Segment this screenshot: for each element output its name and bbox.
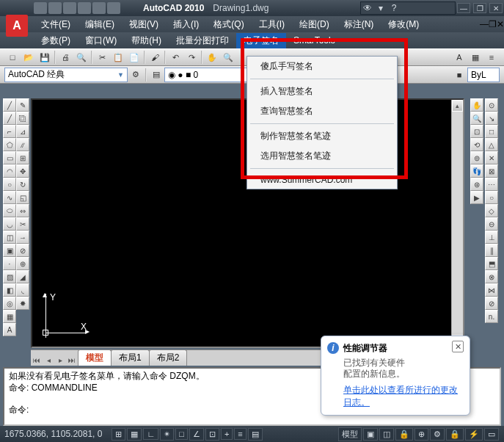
status-coords[interactable]: 1675.0366, 1105.2081, 0 [4,429,102,439]
snap-end[interactable]: □ [485,125,498,138]
sb-ducs[interactable]: ⊡ [205,428,219,441]
menu-file[interactable]: 文件(E) [34,17,78,32]
ws-settings[interactable]: ⚙ [128,68,143,81]
vertical-scrollbar[interactable]: ▴ ▾ [451,100,463,347]
doc-restore-button[interactable]: ❐ [489,19,497,29]
tool-insert[interactable]: ◫ [3,231,16,244]
tb-undo[interactable]: ↶ [168,51,183,64]
workspace-combo[interactable]: AutoCAD 经典 ▼ [4,68,128,82]
snap-node[interactable]: ⊗ [485,270,498,283]
tab-last[interactable]: ⏭ [66,354,78,366]
nav-zoom-win[interactable]: ⊡ [470,125,483,138]
tb-cut[interactable]: ✂ [95,51,109,64]
menu-esign[interactable]: 电子签名 [236,33,286,48]
sb-anno-scale[interactable]: 🔒 [395,428,413,441]
tool-ellipse-arc[interactable]: ◡ [3,217,16,231]
tool-arc[interactable]: ◠ [3,164,16,178]
tool-pline[interactable]: ⌐ [3,125,16,138]
tb-props[interactable]: ≡ [484,51,499,64]
qat-open[interactable] [48,2,62,14]
sb-grid[interactable]: ▦ [127,428,142,441]
mod-scale[interactable]: ◱ [16,191,29,204]
tool-table[interactable]: ▦ [3,310,16,323]
mod-mirror[interactable]: ⊿ [16,125,29,138]
nav-showmotion[interactable]: ▶ [470,191,483,204]
tool-hatch[interactable]: ▨ [3,270,16,283]
snap-temp[interactable]: ⊙ [485,98,498,112]
mod-erase[interactable]: ✎ [16,98,29,112]
restore-button[interactable]: ❐ [473,3,486,13]
qat-new[interactable] [34,2,47,14]
menu-dimension[interactable]: 标注(N) [337,17,381,32]
tb-preview[interactable]: 🔍 [74,51,89,64]
sb-ws[interactable]: ⚙ [430,428,445,441]
tool-rect[interactable]: ▭ [3,151,16,164]
tb-new[interactable]: □ [5,51,20,64]
sb-polar[interactable]: ✴ [160,428,174,441]
tb-zoom[interactable]: 🔍 [221,51,235,64]
snap-mid[interactable]: △ [485,138,498,151]
tb-copy[interactable]: 📋 [111,51,125,64]
snap-par[interactable]: ∥ [485,244,498,257]
menu-help[interactable]: 帮助(H) [124,33,169,48]
snap-appint[interactable]: ⊠ [485,164,498,178]
menu-tools[interactable]: 工具(I) [252,17,292,32]
snap-ext[interactable]: ⋯ [485,178,498,191]
doc-close-button[interactable]: ✕ [497,19,504,29]
tab-prev[interactable]: ◂ [43,354,54,366]
tab-first[interactable]: ⏮ [31,354,43,366]
nav-walk[interactable]: 👣 [470,164,483,178]
sb-layout-max[interactable]: ▣ [363,428,378,441]
snap-perp[interactable]: ⊥ [485,231,498,244]
snap-none[interactable]: ⊘ [485,297,498,310]
nav-wheel[interactable]: ⊛ [470,178,483,191]
tool-polygon[interactable]: ⬠ [3,138,16,151]
mod-array[interactable]: ⊞ [16,151,29,164]
nav-zoom-prev[interactable]: ⟲ [470,138,483,151]
sb-lwt[interactable]: ≡ [234,428,246,440]
tab-next[interactable]: ▸ [54,354,66,366]
dd-website[interactable]: www.SummerCAD.com [247,171,397,189]
tool-region[interactable]: ◎ [3,297,16,310]
mod-stretch[interactable]: ⇔ [16,204,29,217]
balloon-link[interactable]: 单击此处以查看所进行的更改日志。 [343,384,462,409]
mod-break[interactable]: ⊘ [16,244,29,257]
snap-from[interactable]: ↘ [485,112,498,125]
menu-view[interactable]: 视图(V) [122,17,166,32]
mod-fillet[interactable]: ◟ [16,283,29,297]
mod-move[interactable]: ✥ [16,164,29,178]
qat-redo[interactable] [92,2,106,14]
mod-copy[interactable]: ⿻ [16,112,29,125]
tab-layout2[interactable]: 布局2 [149,349,188,366]
menu-parametric[interactable]: 参数(P) [34,33,78,48]
menu-smartools[interactable]: SmarTools [286,34,343,47]
help-search[interactable]: 👁 ▾ ? [360,1,456,15]
menu-modify[interactable]: 修改(M) [381,17,426,32]
snap-settings[interactable]: n. [485,310,498,323]
tb-paste[interactable]: 📄 [127,51,142,64]
qat-save[interactable] [63,2,76,14]
menu-insert[interactable]: 插入(I) [166,17,206,32]
sb-ortho[interactable]: ∟ [143,428,158,440]
mod-chamfer[interactable]: ◢ [16,270,29,283]
mod-offset[interactable]: ⫽ [16,138,29,151]
tool-line[interactable]: ╱ [3,98,16,112]
minimize-button[interactable]: — [457,3,470,13]
tab-layout1[interactable]: 布局1 [111,349,150,366]
dd-insert-smart[interactable]: 插入智慧签名 [247,81,397,101]
sb-dyn[interactable]: + [221,428,233,440]
tb-table[interactable]: ▦ [468,51,483,64]
tool-ray[interactable]: ╱ [3,112,16,125]
sb-snap[interactable]: ⊞ [112,428,125,441]
scroll-up-icon[interactable]: ▴ [452,100,463,112]
snap-tan[interactable]: ⊖ [485,217,498,231]
tool-ellipse[interactable]: ⬭ [3,204,16,217]
snap-ins[interactable]: ⬒ [485,257,498,270]
app-logo[interactable]: A [6,15,28,37]
snap-cen[interactable]: ○ [485,191,498,204]
sb-model[interactable]: 模型 [338,427,362,441]
sb-hw-accel[interactable]: ⚡ [465,428,483,441]
tool-text[interactable]: A [3,323,16,336]
layer-manager[interactable]: ▤ [149,68,164,81]
mod-join[interactable]: ⊕ [16,257,29,270]
